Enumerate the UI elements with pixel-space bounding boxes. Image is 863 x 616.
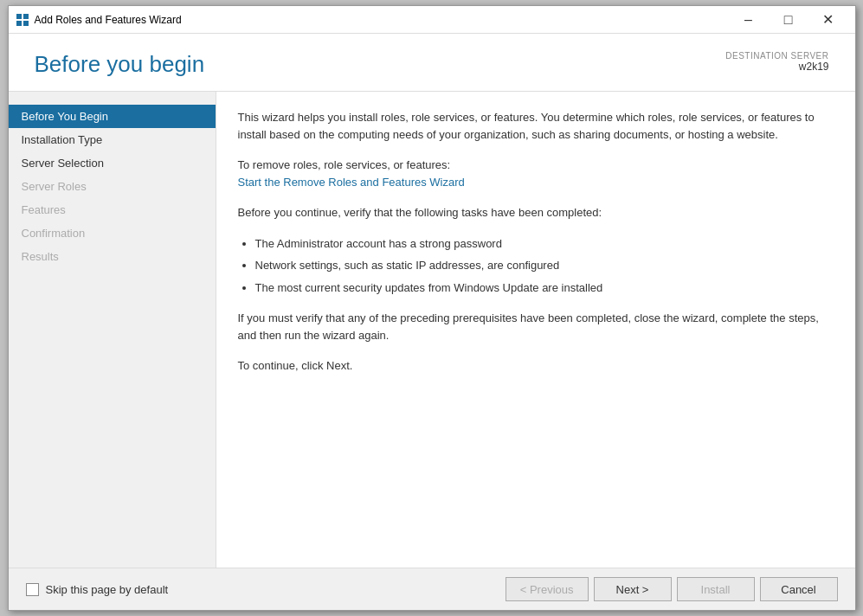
content-paragraph-5: To continue, click Next. [238,357,834,375]
skip-label[interactable]: Skip this page by default [46,583,169,596]
content-paragraph-4: If you must verify that any of the prece… [238,310,834,343]
window-controls: – □ ✕ [729,6,848,34]
window-title: Add Roles and Features Wizard [35,14,729,26]
sidebar: Before You Begin Installation Type Serve… [9,92,216,568]
prerequisites-list: The Administrator account has a strong p… [255,235,834,297]
sidebar-item-confirmation: Confirmation [9,221,216,245]
page-title: Before you begin [35,51,205,78]
cancel-button[interactable]: Cancel [760,577,838,601]
sidebar-item-installation-type[interactable]: Installation Type [9,128,216,151]
bullet-item-3: The most current security updates from W… [255,279,834,297]
content-paragraph-2: To remove roles, role services, or featu… [238,157,834,190]
content-area: This wizard helps you install roles, rol… [216,92,855,568]
sidebar-item-server-roles: Server Roles [9,175,216,198]
app-icon [16,13,29,27]
svg-rect-2 [16,21,22,26]
next-button[interactable]: Next > [594,577,672,601]
content-paragraph-3: Before you continue, verify that the fol… [238,204,834,221]
sidebar-item-server-selection[interactable]: Server Selection [9,151,216,175]
destination-info: DESTINATION SERVER w2k19 [725,51,828,73]
footer-buttons: < Previous Next > Install Cancel [506,577,838,601]
minimize-button[interactable]: – [729,6,769,34]
svg-rect-1 [23,14,29,19]
skip-checkbox-area: Skip this page by default [26,583,506,596]
wizard-window: Add Roles and Features Wizard – □ ✕ Befo… [8,5,856,611]
bullet-item-2: Network settings, such as static IP addr… [255,257,834,274]
maximize-button[interactable]: □ [769,6,808,34]
previous-button[interactable]: < Previous [506,577,589,601]
skip-checkbox[interactable] [26,583,39,596]
destination-label: DESTINATION SERVER [725,51,828,61]
content-paragraph-1: This wizard helps you install roles, rol… [238,109,834,143]
titlebar: Add Roles and Features Wizard – □ ✕ [9,6,855,34]
footer-section: Skip this page by default < Previous Nex… [9,568,855,610]
install-button[interactable]: Install [677,577,755,601]
sidebar-item-results: Results [9,245,216,268]
remove-roles-link[interactable]: Start the Remove Roles and Features Wiza… [238,176,465,189]
sidebar-item-features: Features [9,198,216,221]
svg-rect-3 [23,21,29,26]
sidebar-item-before-you-begin[interactable]: Before You Begin [9,105,216,128]
destination-name: w2k19 [725,61,828,73]
main-content: Before You Begin Installation Type Serve… [9,92,855,568]
svg-rect-0 [16,14,22,19]
bullet-item-1: The Administrator account has a strong p… [255,235,834,253]
close-button[interactable]: ✕ [808,6,848,34]
header-section: Before you begin DESTINATION SERVER w2k1… [9,34,855,92]
